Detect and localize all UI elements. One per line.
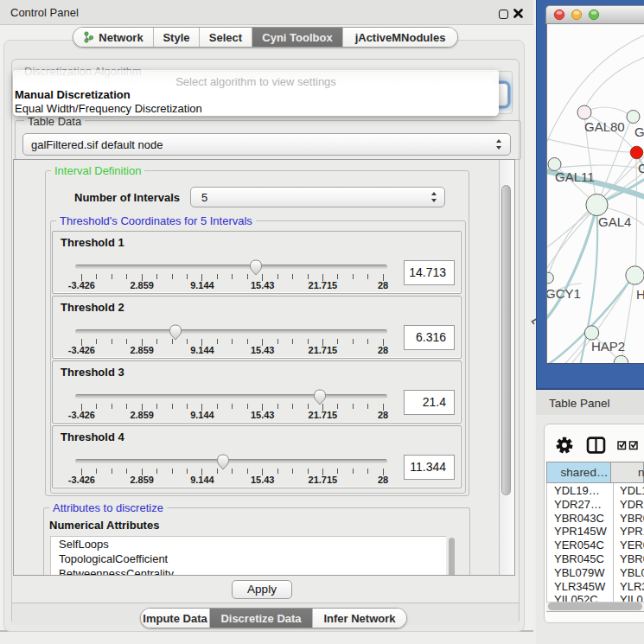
svg-text:HAP2: HAP2 [591, 339, 625, 354]
svg-text:GCY1: GCY1 [547, 286, 581, 301]
svg-text:CY: CY [638, 161, 644, 175]
svg-text:GAL11: GAL11 [555, 169, 595, 184]
svg-text:HA: HA [636, 287, 644, 302]
svg-text:GAL4: GAL4 [598, 214, 631, 229]
svg-text:GA: GA [634, 124, 644, 139]
svg-text:GAL80: GAL80 [584, 119, 625, 134]
